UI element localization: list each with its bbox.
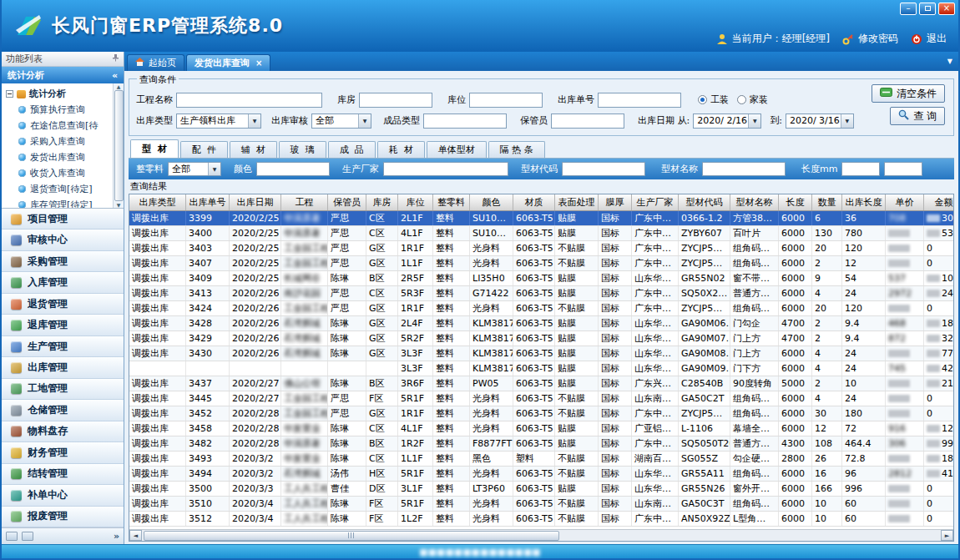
- table-row[interactable]: 3L3F整料KLM38176063-T5贴膜国标山东华…GA90M09…门下方6…: [129, 361, 953, 376]
- tab-list-dropdown-icon[interactable]: ▼: [947, 58, 952, 65]
- tab-close-icon[interactable]: ×: [255, 58, 262, 68]
- color-input[interactable]: [256, 162, 330, 176]
- material-tab[interactable]: 隔 热 条: [488, 141, 545, 158]
- keeper-input[interactable]: [551, 114, 624, 129]
- audit-select[interactable]: 全部 ▼: [311, 114, 371, 129]
- column-header[interactable]: 膜厚: [599, 194, 632, 210]
- sidebar-menu-item[interactable]: 报废管理: [2, 507, 124, 527]
- column-header[interactable]: 生产厂家: [632, 194, 679, 210]
- close-button[interactable]: ×: [938, 3, 955, 15]
- date-to-select[interactable]: 2020/ 3/16 ▼: [786, 114, 854, 129]
- date-from-select[interactable]: 2020/ 2/16 ▼: [693, 114, 761, 129]
- chevron-down-icon[interactable]: ▼: [208, 163, 220, 176]
- column-header[interactable]: 出库单号: [186, 194, 230, 210]
- order-no-input[interactable]: [598, 93, 681, 108]
- outbound-type-select[interactable]: 生产领料出库 ▼: [176, 114, 261, 129]
- tree-item[interactable]: 采购入库查询: [6, 134, 111, 149]
- tree-item[interactable]: 库存管理[待定]: [6, 197, 111, 209]
- scrollbar-thumb[interactable]: [144, 531, 559, 541]
- column-header[interactable]: 出库长度: [842, 194, 886, 210]
- tree-item[interactable]: 收货入库查询: [6, 165, 111, 181]
- column-header[interactable]: 整零料: [433, 194, 470, 210]
- minimize-button[interactable]: –: [900, 3, 917, 15]
- panel-icon[interactable]: [22, 532, 33, 541]
- material-tab[interactable]: 耗 材: [377, 141, 425, 158]
- collapse-icon[interactable]: «: [112, 70, 118, 81]
- scrollbar-track[interactable]: [142, 530, 941, 541]
- table-row[interactable]: 调拨出库34292020/2/26石湾辉城陈琳G区5R2F整料KLM381760…: [129, 331, 953, 346]
- material-tab[interactable]: 玻 璃: [279, 141, 326, 158]
- sidebar-section-header[interactable]: 统计分析 «: [2, 67, 124, 83]
- sidebar-menu-item[interactable]: 仓储管理: [2, 400, 124, 421]
- material-tab[interactable]: 配 件: [180, 141, 228, 158]
- sidebar-menu-item[interactable]: 入库管理: [2, 272, 124, 293]
- table-row[interactable]: 调拨出库35102020/3/4工人共工程陈琳F区5R1F整料光身料6063-T…: [129, 497, 953, 512]
- warehouse-input[interactable]: [359, 93, 432, 108]
- column-header[interactable]: 型材代码: [679, 194, 730, 210]
- table-row[interactable]: 调拨出库34932020/3/2华发置业陈琳C区1L1F整料黑色塑料不贴膜国标湖…: [129, 452, 953, 467]
- table-row[interactable]: 调拨出库34582020/2/28华发置业陈琳C区4L1F整料光身料6063-T…: [129, 421, 953, 436]
- profile-name-input[interactable]: [702, 162, 786, 176]
- table-row[interactable]: 调拨出库34242020/2/26工业园工程严思G区1R1F整料光身料6063-…: [129, 301, 953, 316]
- tree-item[interactable]: 发货出库查询: [6, 149, 111, 165]
- scroll-right-icon[interactable]: ►: [941, 530, 953, 541]
- column-header[interactable]: 数量: [812, 194, 842, 210]
- material-tab[interactable]: 成 品: [328, 141, 376, 158]
- chevron-down-icon[interactable]: ▼: [748, 114, 760, 128]
- material-tab[interactable]: 单体型材: [427, 141, 487, 158]
- location-input[interactable]: [469, 93, 543, 108]
- material-tab[interactable]: 型 材: [130, 139, 179, 158]
- sidebar-menu-item[interactable]: 退库管理: [2, 315, 124, 335]
- column-header[interactable]: 库房: [366, 194, 398, 210]
- column-header[interactable]: 长度: [779, 194, 812, 210]
- radio-home-install[interactable]: [737, 95, 746, 104]
- change-password-link[interactable]: 修改密码: [858, 32, 898, 46]
- material-tab[interactable]: 辅 材: [230, 141, 277, 158]
- table-row[interactable]: 调拨出库34372020/2/27佛山公馆陈琳B区3R6F整料PW056063-…: [129, 376, 953, 391]
- tree-item[interactable]: 在途信息查询[待: [6, 118, 111, 134]
- search-button[interactable]: 查 询: [890, 107, 945, 125]
- column-header[interactable]: 单价: [886, 194, 924, 210]
- tree-root[interactable]: 统计分析: [6, 86, 111, 102]
- pin-icon[interactable]: [112, 53, 119, 64]
- sidebar-menu-item[interactable]: 财务管理: [2, 442, 124, 463]
- column-header[interactable]: 颜色: [470, 194, 513, 210]
- clear-conditions-button[interactable]: 清空条件: [872, 84, 945, 103]
- table-row[interactable]: 调拨出库34072020/2/25工业园工程严思G区1L1F整料光身料6063-…: [129, 256, 953, 271]
- column-header[interactable]: 库位: [398, 194, 433, 210]
- project-name-input[interactable]: [176, 93, 322, 108]
- horizontal-scrollbar[interactable]: ◄ ►: [129, 529, 953, 541]
- sidebar-menu-item[interactable]: 审核中心: [2, 230, 124, 250]
- whole-scrap-select[interactable]: 全部 ▼: [168, 162, 221, 176]
- table-row[interactable]: 调拨出库34002020/2/25华润原著严思C区4L1F整料SU10…6063…: [129, 226, 953, 241]
- manufacturer-input[interactable]: [383, 162, 508, 176]
- table-row[interactable]: 调拨出库34522020/2/28工业园工程严思G区1R1F整料光身料6063-…: [129, 406, 953, 421]
- table-row[interactable]: 调拨出库33992020/2/25华润原著严思C区2L1F整料SU10…6063…: [129, 211, 953, 226]
- sidebar-menu-item[interactable]: 补单中心: [2, 485, 124, 506]
- sidebar-menu-item[interactable]: 退货管理: [2, 294, 124, 315]
- column-header[interactable]: 表面处理: [555, 194, 599, 210]
- table-row[interactable]: 调拨出库34132020/2/26南沙花园严思C区5R3F整料G71422606…: [129, 286, 953, 301]
- logout-link[interactable]: 退出: [927, 32, 947, 46]
- table-row[interactable]: 调拨出库35002020/3/3工人共工程曹佳D区3L1F整料LT3P60606…: [129, 482, 953, 497]
- length-from-input[interactable]: [841, 162, 880, 176]
- scroll-up-icon[interactable]: ▲: [117, 83, 121, 89]
- chevron-down-icon[interactable]: ▼: [841, 114, 853, 128]
- tab-start-page[interactable]: 起始页: [127, 54, 184, 71]
- sidebar-menu-item[interactable]: 工地管理: [2, 379, 124, 400]
- sidebar-menu-item[interactable]: 结转管理: [2, 464, 124, 485]
- column-header[interactable]: 型材名称: [730, 194, 779, 210]
- length-to-input[interactable]: [884, 162, 922, 176]
- sidebar-menu-item[interactable]: 物料盘存: [2, 421, 124, 442]
- maximize-button[interactable]: [919, 3, 936, 15]
- tree-scroll-thumb[interactable]: [114, 90, 124, 201]
- sidebar-menu-item[interactable]: 出库管理: [2, 357, 124, 378]
- tree-scrollbar[interactable]: ▲ ▼: [113, 83, 124, 208]
- chevron-down-icon[interactable]: ▼: [358, 114, 371, 128]
- table-row[interactable]: 调拨出库34942020/3/2石湾辉城汤伟H区5R1F整料光身料6063-T5…: [129, 467, 953, 482]
- table-row[interactable]: 调拨出库34282020/2/26石湾辉城陈琳G区2L4F整料KLM381760…: [129, 316, 953, 331]
- column-header[interactable]: 保管员: [328, 194, 366, 210]
- profile-code-input[interactable]: [562, 162, 645, 176]
- column-header[interactable]: 工程: [281, 194, 328, 210]
- chevron-down-icon[interactable]: ▼: [248, 114, 260, 128]
